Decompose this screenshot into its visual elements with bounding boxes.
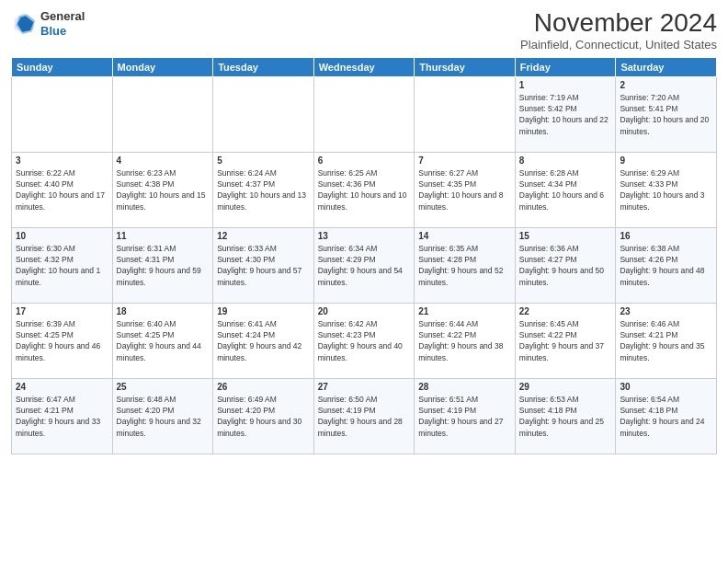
day-info: Sunrise: 6:47 AM Sunset: 4:21 PM Dayligh…	[16, 394, 108, 439]
calendar-cell: 25Sunrise: 6:48 AM Sunset: 4:20 PM Dayli…	[112, 378, 213, 454]
day-info: Sunrise: 6:45 AM Sunset: 4:22 PM Dayligh…	[519, 318, 612, 363]
day-info: Sunrise: 6:53 AM Sunset: 4:18 PM Dayligh…	[519, 394, 612, 439]
day-info: Sunrise: 6:42 AM Sunset: 4:23 PM Dayligh…	[318, 318, 411, 363]
day-info: Sunrise: 6:34 AM Sunset: 4:29 PM Dayligh…	[318, 243, 411, 288]
day-info: Sunrise: 6:46 AM Sunset: 4:21 PM Dayligh…	[620, 318, 712, 363]
day-number: 13	[318, 231, 411, 241]
day-info: Sunrise: 6:49 AM Sunset: 4:20 PM Dayligh…	[217, 394, 310, 439]
calendar-cell	[313, 76, 415, 152]
calendar-cell: 3Sunrise: 6:22 AM Sunset: 4:40 PM Daylig…	[12, 152, 113, 227]
day-number: 19	[217, 306, 310, 316]
day-info: Sunrise: 6:50 AM Sunset: 4:19 PM Dayligh…	[318, 394, 411, 439]
location: Plainfield, Connecticut, United States	[520, 38, 717, 52]
calendar-cell	[112, 76, 213, 152]
calendar-week-4: 17Sunrise: 6:39 AM Sunset: 4:25 PM Dayli…	[12, 303, 717, 378]
calendar-cell: 17Sunrise: 6:39 AM Sunset: 4:25 PM Dayli…	[12, 303, 113, 378]
calendar-cell: 8Sunrise: 6:28 AM Sunset: 4:34 PM Daylig…	[515, 152, 616, 227]
day-info: Sunrise: 6:40 AM Sunset: 4:25 PM Dayligh…	[117, 318, 210, 363]
col-thursday: Thursday	[415, 57, 516, 76]
day-info: Sunrise: 6:28 AM Sunset: 4:34 PM Dayligh…	[519, 167, 612, 213]
calendar-week-1: 1Sunrise: 7:19 AM Sunset: 5:42 PM Daylig…	[12, 76, 717, 152]
day-number: 25	[117, 382, 210, 392]
calendar-cell: 1Sunrise: 7:19 AM Sunset: 5:42 PM Daylig…	[515, 76, 616, 152]
calendar-cell: 23Sunrise: 6:46 AM Sunset: 4:21 PM Dayli…	[616, 303, 717, 378]
logo-text: General Blue	[40, 9, 85, 38]
col-tuesday: Tuesday	[213, 57, 314, 76]
day-number: 1	[519, 80, 612, 90]
calendar-cell	[12, 76, 113, 152]
day-info: Sunrise: 6:35 AM Sunset: 4:28 PM Dayligh…	[418, 243, 511, 288]
day-info: Sunrise: 6:48 AM Sunset: 4:20 PM Dayligh…	[117, 394, 210, 439]
calendar-cell: 30Sunrise: 6:54 AM Sunset: 4:18 PM Dayli…	[616, 378, 717, 454]
calendar-cell: 28Sunrise: 6:51 AM Sunset: 4:19 PM Dayli…	[415, 378, 516, 454]
page-header: General Blue November 2024 Plainfield, C…	[11, 9, 717, 52]
day-info: Sunrise: 7:19 AM Sunset: 5:42 PM Dayligh…	[519, 92, 612, 137]
col-monday: Monday	[112, 57, 213, 76]
calendar-cell: 10Sunrise: 6:30 AM Sunset: 4:32 PM Dayli…	[12, 227, 113, 303]
calendar-week-3: 10Sunrise: 6:30 AM Sunset: 4:32 PM Dayli…	[12, 227, 717, 303]
day-number: 17	[16, 306, 108, 316]
day-info: Sunrise: 6:30 AM Sunset: 4:32 PM Dayligh…	[16, 243, 108, 288]
day-number: 3	[16, 155, 108, 166]
calendar-cell	[213, 76, 314, 152]
day-info: Sunrise: 6:27 AM Sunset: 4:35 PM Dayligh…	[418, 167, 511, 213]
day-info: Sunrise: 7:20 AM Sunset: 5:41 PM Dayligh…	[620, 92, 712, 137]
day-number: 21	[418, 306, 511, 316]
calendar-cell: 5Sunrise: 6:24 AM Sunset: 4:37 PM Daylig…	[213, 152, 314, 227]
day-number: 26	[217, 382, 310, 392]
calendar-week-2: 3Sunrise: 6:22 AM Sunset: 4:40 PM Daylig…	[12, 152, 717, 227]
calendar-cell: 21Sunrise: 6:44 AM Sunset: 4:22 PM Dayli…	[415, 303, 516, 378]
day-number: 27	[318, 382, 411, 392]
day-number: 5	[217, 155, 310, 166]
calendar-body: 1Sunrise: 7:19 AM Sunset: 5:42 PM Daylig…	[12, 76, 717, 454]
day-number: 2	[620, 80, 712, 90]
calendar-cell: 4Sunrise: 6:23 AM Sunset: 4:38 PM Daylig…	[112, 152, 213, 227]
calendar-cell	[415, 76, 516, 152]
day-number: 7	[418, 155, 511, 166]
calendar-cell: 7Sunrise: 6:27 AM Sunset: 4:35 PM Daylig…	[415, 152, 516, 227]
day-number: 29	[519, 382, 612, 392]
calendar-cell: 11Sunrise: 6:31 AM Sunset: 4:31 PM Dayli…	[112, 227, 213, 303]
day-number: 4	[117, 155, 210, 166]
day-number: 8	[519, 155, 612, 166]
day-info: Sunrise: 6:41 AM Sunset: 4:24 PM Dayligh…	[217, 318, 310, 363]
col-wednesday: Wednesday	[313, 57, 415, 76]
logo: General Blue	[11, 9, 85, 38]
calendar: Sunday Monday Tuesday Wednesday Thursday…	[11, 57, 717, 454]
day-number: 18	[117, 306, 210, 316]
calendar-cell: 9Sunrise: 6:29 AM Sunset: 4:33 PM Daylig…	[616, 152, 717, 227]
calendar-cell: 20Sunrise: 6:42 AM Sunset: 4:23 PM Dayli…	[313, 303, 415, 378]
calendar-cell: 22Sunrise: 6:45 AM Sunset: 4:22 PM Dayli…	[515, 303, 616, 378]
title-block: November 2024 Plainfield, Connecticut, U…	[520, 9, 717, 52]
day-info: Sunrise: 6:24 AM Sunset: 4:37 PM Dayligh…	[217, 167, 310, 213]
day-number: 24	[16, 382, 108, 392]
day-info: Sunrise: 6:31 AM Sunset: 4:31 PM Dayligh…	[117, 243, 210, 288]
day-number: 9	[620, 155, 712, 166]
day-number: 23	[620, 306, 712, 316]
calendar-cell: 13Sunrise: 6:34 AM Sunset: 4:29 PM Dayli…	[313, 227, 415, 303]
header-row: Sunday Monday Tuesday Wednesday Thursday…	[12, 57, 717, 76]
day-number: 15	[519, 231, 612, 241]
day-info: Sunrise: 6:44 AM Sunset: 4:22 PM Dayligh…	[418, 318, 511, 363]
day-number: 22	[519, 306, 612, 316]
col-saturday: Saturday	[616, 57, 717, 76]
day-number: 30	[620, 382, 712, 392]
calendar-cell: 16Sunrise: 6:38 AM Sunset: 4:26 PM Dayli…	[616, 227, 717, 303]
calendar-week-5: 24Sunrise: 6:47 AM Sunset: 4:21 PM Dayli…	[12, 378, 717, 454]
calendar-header: Sunday Monday Tuesday Wednesday Thursday…	[12, 57, 717, 76]
day-number: 28	[418, 382, 511, 392]
logo-icon	[11, 11, 37, 37]
calendar-cell: 18Sunrise: 6:40 AM Sunset: 4:25 PM Dayli…	[112, 303, 213, 378]
day-info: Sunrise: 6:33 AM Sunset: 4:30 PM Dayligh…	[217, 243, 310, 288]
day-info: Sunrise: 6:22 AM Sunset: 4:40 PM Dayligh…	[16, 167, 108, 213]
calendar-cell: 15Sunrise: 6:36 AM Sunset: 4:27 PM Dayli…	[515, 227, 616, 303]
calendar-cell: 14Sunrise: 6:35 AM Sunset: 4:28 PM Dayli…	[415, 227, 516, 303]
day-info: Sunrise: 6:38 AM Sunset: 4:26 PM Dayligh…	[620, 243, 712, 288]
day-info: Sunrise: 6:25 AM Sunset: 4:36 PM Dayligh…	[318, 167, 411, 213]
day-number: 6	[318, 155, 411, 166]
calendar-cell: 6Sunrise: 6:25 AM Sunset: 4:36 PM Daylig…	[313, 152, 415, 227]
day-info: Sunrise: 6:51 AM Sunset: 4:19 PM Dayligh…	[418, 394, 511, 439]
day-info: Sunrise: 6:29 AM Sunset: 4:33 PM Dayligh…	[620, 167, 712, 213]
day-number: 10	[16, 231, 108, 241]
calendar-cell: 19Sunrise: 6:41 AM Sunset: 4:24 PM Dayli…	[213, 303, 314, 378]
